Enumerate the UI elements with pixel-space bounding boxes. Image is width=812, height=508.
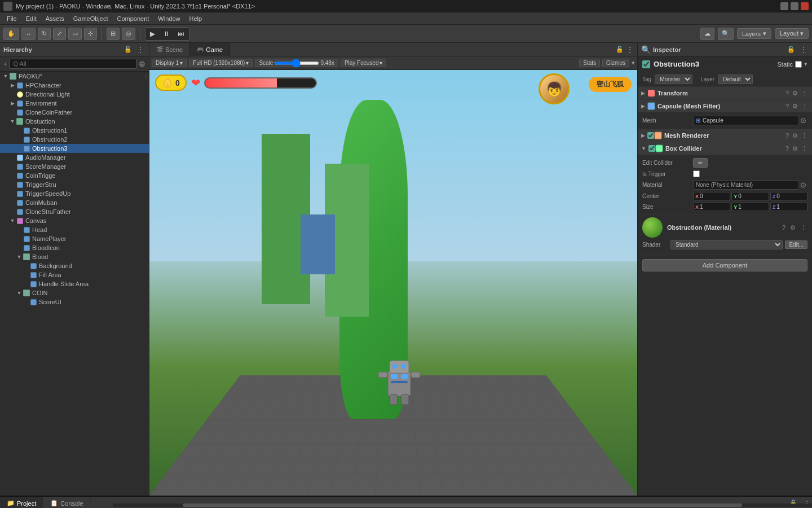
view-menu-icon[interactable]: ⋮ (626, 45, 634, 54)
stats-button[interactable]: Stats (579, 59, 600, 67)
material-help-button[interactable]: ? (781, 224, 787, 231)
hierarchy-item-paoku[interactable]: ▼ PAOKU* ⋮ (0, 72, 149, 81)
component-transform-header[interactable]: ▶ Transform ? ⚙ ⋮ (638, 87, 812, 99)
layer-select[interactable]: Default (718, 75, 753, 84)
is-trigger-checkbox[interactable] (693, 170, 700, 177)
center-y-field[interactable]: Y0 (731, 192, 769, 200)
tab-console[interactable]: 📋 Console (43, 497, 90, 509)
static-checkbox[interactable] (795, 61, 802, 68)
center-z-field[interactable]: Z0 (770, 192, 807, 200)
hierarchy-options-icon[interactable]: ⊕ (139, 59, 145, 68)
menu-help[interactable]: Help (184, 14, 206, 23)
renderer-menu-button[interactable]: ⋮ (800, 132, 809, 139)
hierarchy-item-canvas[interactable]: ▼ Canvas (0, 216, 149, 225)
hierarchy-item-triggerstru[interactable]: TriggerStru (0, 180, 149, 189)
obj-enabled-checkbox[interactable] (642, 60, 650, 68)
game-play-focused-ctrl[interactable]: Play Focused ▾ (341, 59, 387, 67)
tool-move[interactable]: ↔ (21, 28, 36, 40)
close-button[interactable] (801, 2, 809, 10)
search-button[interactable]: 🔍 (718, 28, 734, 40)
renderer-help-button[interactable]: ? (784, 132, 790, 139)
scale-slider[interactable] (274, 62, 319, 65)
game-display-ctrl[interactable]: Display 1 ▾ (152, 59, 187, 67)
material-menu-button[interactable]: ⋮ (799, 224, 807, 231)
inspector-menu-button[interactable]: ⋮ (798, 45, 809, 54)
add-component-button[interactable]: Add Component (642, 259, 807, 271)
hierarchy-item-handleslide[interactable]: Handle Slide Area (0, 279, 149, 288)
meshfilter-help-button[interactable]: ? (784, 103, 790, 110)
component-mesh-filter-header[interactable]: ▶ Capsule (Mesh Filter) ? ⚙ ⋮ (638, 100, 812, 112)
size-x-field[interactable]: X1 (693, 203, 730, 211)
menu-assets[interactable]: Assets (41, 14, 69, 23)
collider-settings-button[interactable]: ⚙ (791, 145, 799, 152)
renderer-enabled-checkbox[interactable] (647, 132, 654, 139)
shader-select[interactable]: Standard (670, 240, 783, 249)
material-settings-button[interactable]: ⚙ (789, 224, 797, 231)
tab-project[interactable]: 📁 Project (0, 497, 43, 509)
hierarchy-item-audiomgr[interactable]: AudioManager (0, 153, 149, 162)
hierarchy-item-background[interactable]: Background (0, 261, 149, 270)
menu-gameobject[interactable]: GameObject (69, 14, 113, 23)
meshfilter-settings-button[interactable]: ⚙ (791, 103, 799, 110)
hierarchy-item-bloodicon[interactable]: BloodIcon (0, 243, 149, 252)
edit-collider-button[interactable]: ✏ (693, 158, 708, 168)
collider-help-button[interactable]: ? (784, 145, 790, 152)
tab-scene[interactable]: 🎬 Scene (149, 43, 190, 56)
hierarchy-item-scoreui[interactable]: ScoreUI (0, 297, 149, 306)
tool-hand[interactable]: ✋ (3, 28, 19, 40)
pause-button[interactable]: ⏸ (160, 29, 173, 39)
hierarchy-add-icon[interactable]: + (3, 60, 7, 67)
hierarchy-item-triggerspd[interactable]: TriggerSpeedUp (0, 189, 149, 198)
renderer-settings-button[interactable]: ⚙ (791, 132, 799, 139)
center-x-field[interactable]: X0 (693, 192, 730, 200)
view-lock-icon[interactable]: 🔓 (616, 46, 624, 53)
hierarchy-item-obs1[interactable]: Obstruction1 (0, 126, 149, 135)
menu-component[interactable]: Component (112, 14, 153, 23)
tab-game[interactable]: 🎮 Game (190, 43, 230, 56)
size-y-field[interactable]: Y1 (731, 203, 769, 211)
gizmos-button[interactable]: Gizmos (602, 59, 629, 67)
size-z-field[interactable]: Z1 (770, 203, 807, 211)
meshfilter-menu-button[interactable]: ⋮ (800, 103, 809, 110)
tag-select[interactable]: Monster (655, 75, 692, 84)
menu-file[interactable]: File (2, 14, 21, 23)
hierarchy-item-coinmuban[interactable]: CoinMuban (0, 198, 149, 207)
maximize-button[interactable] (791, 2, 798, 10)
hierarchy-item-obs2[interactable]: Obstruction2 (0, 135, 149, 144)
transform-help-button[interactable]: ? (784, 90, 790, 97)
paoku-menu-icon[interactable]: ⋮ (143, 73, 149, 80)
hierarchy-item-coin[interactable]: ▼ COIN (0, 288, 149, 297)
tool-rotate[interactable]: ↻ (38, 28, 51, 40)
game-scale-ctrl[interactable]: Scale 0.48x (255, 59, 338, 67)
transform-menu-button[interactable]: ⋮ (800, 90, 809, 97)
hierarchy-item-scoremgr[interactable]: ScoreManager (0, 162, 149, 171)
hierarchy-item-obs3[interactable]: Obstruction3 (0, 144, 149, 153)
collider-enabled-checkbox[interactable] (648, 145, 655, 152)
menu-window[interactable]: Window (153, 14, 184, 23)
hierarchy-item-enviro[interactable]: ▶ Enviroment (0, 99, 149, 108)
inspector-lock-button[interactable]: 🔓 (786, 45, 796, 54)
tool-scale[interactable]: ⤢ (53, 28, 66, 40)
tool-transform[interactable]: ⊹ (84, 28, 97, 40)
tool-pivot[interactable]: ◎ (122, 28, 135, 40)
component-box-collider-header[interactable]: ▼ Box Collider ? ⚙ ⋮ (638, 142, 812, 155)
hierarchy-lock-button[interactable]: 🔓 (123, 45, 133, 54)
play-button[interactable]: ▶ (147, 29, 158, 39)
game-resolution-ctrl[interactable]: Full HD (1920x1080) ▾ (189, 59, 253, 67)
shader-edit-button[interactable]: Edit... (785, 240, 807, 249)
hierarchy-search-input[interactable] (9, 59, 136, 69)
hierarchy-item-nameplayer[interactable]: NamePlayer (0, 234, 149, 243)
step-button[interactable]: ⏭ (174, 29, 188, 39)
hierarchy-item-clonestruf[interactable]: CloneStruFather (0, 207, 149, 216)
hierarchy-item-clonecoin[interactable]: CloneCoinFather (0, 108, 149, 117)
mesh-target-button[interactable]: ⊙ (799, 116, 807, 125)
hierarchy-item-dirlight[interactable]: Directional Light (0, 90, 149, 99)
hierarchy-item-obstruct[interactable]: ▼ Obstuction (0, 117, 149, 126)
static-dropdown-icon[interactable]: ▾ (804, 60, 807, 68)
hierarchy-item-blood[interactable]: ▼ Blood (0, 252, 149, 261)
collider-menu-button[interactable]: ⋮ (800, 145, 809, 152)
tool-rect[interactable]: ▭ (68, 28, 82, 40)
tool-grid[interactable]: ⊞ (107, 28, 120, 40)
hierarchy-item-head[interactable]: Head (0, 225, 149, 234)
menu-edit[interactable]: Edit (21, 14, 41, 23)
